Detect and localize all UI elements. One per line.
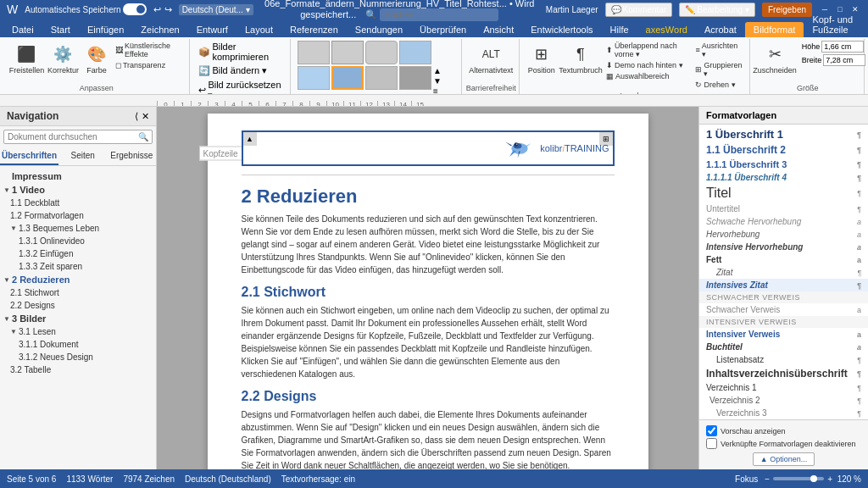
zoom-out-icon[interactable]: −: [765, 474, 770, 484]
nav-search-box[interactable]: 🔍: [3, 130, 153, 144]
format-titel[interactable]: Titel ¶: [699, 184, 868, 202]
verknüpfte-checkbox[interactable]: [706, 438, 717, 449]
autosave-switch[interactable]: [123, 3, 147, 15]
img-style-4[interactable]: [399, 41, 431, 64]
tab-entwicklertools[interactable]: Entwicklertools: [522, 22, 601, 37]
lang-selector[interactable]: Deutsch (Deut... ▾: [179, 4, 253, 15]
tree-1-3-1-onlinevideo[interactable]: 1.3.1 Onlinevideo: [0, 235, 156, 247]
img-style-8[interactable]: [399, 66, 431, 90]
redo-icon[interactable]: ↪: [164, 4, 172, 15]
tab-bildformat[interactable]: Bildformat: [745, 22, 804, 37]
optionen-button[interactable]: ▲ Optionen...: [753, 452, 815, 466]
zoom-slider[interactable]: [773, 477, 824, 480]
tab-einfügen[interactable]: Einfügen: [79, 22, 132, 37]
status-focus[interactable]: Fokus: [735, 474, 758, 484]
bild-zurücksetzen-button[interactable]: ↩ Bild zurücksetzen ▾: [197, 79, 285, 95]
vorne-button[interactable]: ⬆ Überlappend nach vorne ▾: [604, 41, 692, 59]
tree-3-1-2-neues-design[interactable]: 3.1.2 Neues Design: [0, 351, 156, 363]
autosave-toggle[interactable]: Automatisches Speichern: [25, 3, 146, 15]
img-style-7[interactable]: [365, 66, 398, 90]
format-fett[interactable]: Fett a: [699, 253, 868, 266]
format-buchtitel[interactable]: Buchtitel a: [699, 341, 868, 353]
format-überschrift1[interactable]: 1 Überschrift 1 ¶: [699, 126, 868, 142]
tree-1-3-3-zeit-sparen[interactable]: 1.3.3 Zeit sparen: [0, 260, 156, 273]
format-hervorhebung[interactable]: Hervorhebung a: [699, 228, 868, 241]
page-up-arrow[interactable]: ▲: [243, 132, 257, 146]
format-verzeichnis2[interactable]: Verzeichnis 2 ¶: [699, 394, 868, 407]
transparenz-button[interactable]: ◻ Transparenz: [114, 60, 184, 70]
bild-ändern-button[interactable]: 🔄 Bild ändern ▾: [197, 64, 269, 77]
freistellen-button[interactable]: ⬛ Freistellen: [8, 41, 45, 76]
editing-button[interactable]: ✏️ Bearbeitung ▾: [679, 3, 755, 17]
img-style-2[interactable]: [331, 41, 364, 64]
textumbruch-button[interactable]: ¶ Textumbruch: [559, 41, 603, 76]
tab-start[interactable]: Start: [42, 22, 79, 37]
format-schwacher-verweis[interactable]: Schwacher Verweis a: [699, 303, 868, 316]
format-schwache-hervorhebung[interactable]: Schwache Hervorhebung a: [699, 215, 868, 228]
tab-sendungen[interactable]: Sendungen: [347, 22, 411, 37]
format-listenabsatz[interactable]: Listenabsatz ¶: [699, 353, 868, 366]
korrektur-button[interactable]: ⚙️ Korrektur: [47, 41, 80, 76]
width-input[interactable]: [823, 54, 865, 66]
farbe-button[interactable]: 🎨 Farbe: [81, 41, 112, 76]
tree-2-reduzieren[interactable]: ▼2 Reduzieren: [0, 273, 156, 286]
format-untertitel[interactable]: Untertitel ¶: [699, 202, 868, 215]
alternativtext-button[interactable]: ALT Alternativtext: [465, 41, 516, 76]
tab-acrobat[interactable]: Acrobat: [696, 22, 745, 37]
img-style-1[interactable]: [298, 41, 330, 64]
tab-entwurf[interactable]: Entwurf: [188, 22, 236, 37]
position-button[interactable]: ⊞ Position: [526, 41, 557, 76]
nav-tab-überschriften[interactable]: Überschriften: [0, 147, 58, 165]
hinten-button[interactable]: ⬇ Demo nach hinten ▾: [604, 60, 692, 70]
tab-layout[interactable]: Layout: [236, 22, 281, 37]
format-more-icon[interactable]: ≡: [433, 86, 442, 95]
format-intensives-zitat[interactable]: Intensives Zitat ¶: [699, 279, 868, 291]
format-intensive-hervorhebung[interactable]: Intensive Hervorhebung a: [699, 241, 868, 253]
page-expand-icon[interactable]: ⊞: [599, 132, 613, 146]
nav-tab-seiten[interactable]: Seiten: [58, 147, 108, 165]
nav-chevron-icon[interactable]: ⟨: [135, 111, 138, 122]
format-inhaltsverzeichnis-überschrift[interactable]: Inhaltsverzeichnisüberschrift ¶: [699, 366, 868, 381]
nav-close-icon[interactable]: ✕: [142, 111, 149, 122]
format-up-icon[interactable]: ▲: [433, 66, 442, 75]
zuschneiden-button[interactable]: ✂ Zuschneiden: [749, 41, 800, 76]
tab-zeichnen[interactable]: Zeichnen: [132, 22, 187, 37]
comment-button[interactable]: 💬 Kommentar: [605, 3, 673, 17]
tree-3-1-1-dokument[interactable]: 3.1.1 Dokument: [0, 338, 156, 351]
tree-impressum[interactable]: Impressum: [0, 169, 156, 183]
tree-3-2-tabelle[interactable]: 3.2 Tabelle: [0, 363, 156, 376]
nav-tab-ergebnisse[interactable]: Ergebnisse: [108, 147, 157, 165]
height-input[interactable]: [821, 41, 864, 53]
zoom-level[interactable]: 120 %: [836, 474, 861, 484]
zoom-in-icon[interactable]: +: [827, 474, 832, 484]
format-verzeichnis1[interactable]: Verzeichnis 1 ¶: [699, 381, 868, 394]
ausrichten-button[interactable]: ≡ Ausrichten ▾: [693, 41, 743, 59]
format-down-icon[interactable]: ▼: [433, 76, 442, 86]
img-style-6[interactable]: [331, 66, 364, 90]
format-intensiver-verweis[interactable]: Intensiver Verweis a: [699, 328, 868, 341]
tree-1-video[interactable]: ▼1 Video: [0, 183, 156, 197]
tree-1-3-bequemes-leben[interactable]: ▼1.3 Bequemes Leben: [0, 222, 156, 235]
vorschau-checkbox[interactable]: [706, 425, 717, 436]
format-überschrift2[interactable]: 1.1 Überschrift 2 ¶: [699, 142, 868, 158]
auswahlbereich-button[interactable]: ▦ Auswahlbereich: [604, 71, 692, 81]
format-überschrift4[interactable]: 1.1.1.1 Überschrift 4 ¶: [699, 171, 868, 184]
tab-ansicht[interactable]: Ansicht: [475, 22, 522, 37]
kuenstlerische-button[interactable]: 🖼 Künstlerische Effekte: [114, 41, 184, 59]
tab-kopf-fuszeile[interactable]: Kopf- und Fußzeile: [804, 12, 865, 37]
tab-hilfe[interactable]: Hilfe: [602, 22, 637, 37]
tree-1-3-2-einfügen[interactable]: 1.3.2 Einfügen: [0, 247, 156, 260]
tree-1-2-formatvorlagen[interactable]: 1.2 Formatvorlagen: [0, 209, 156, 222]
komprimieren-button[interactable]: 📦 Bilder komprimieren: [197, 41, 285, 63]
tab-referenzen[interactable]: Referenzen: [281, 22, 347, 37]
nav-search-input[interactable]: [8, 132, 138, 141]
tab-überprüfen[interactable]: Überprüfen: [411, 22, 475, 37]
img-style-5[interactable]: [298, 66, 330, 90]
tree-2-2-designs[interactable]: 2.2 Designs: [0, 299, 156, 312]
drehen-button[interactable]: ↻ Drehen ▾: [693, 80, 743, 90]
tree-2-1-stichwort[interactable]: 2.1 Stichwort: [0, 286, 156, 299]
status-lang[interactable]: Deutsch (Deutschland): [185, 474, 271, 484]
format-überschrift3[interactable]: 1.1.1 Überschrift 3 ¶: [699, 158, 868, 171]
tab-datei[interactable]: Datei: [3, 22, 42, 37]
format-zitat[interactable]: Zitat ¶: [699, 266, 868, 279]
